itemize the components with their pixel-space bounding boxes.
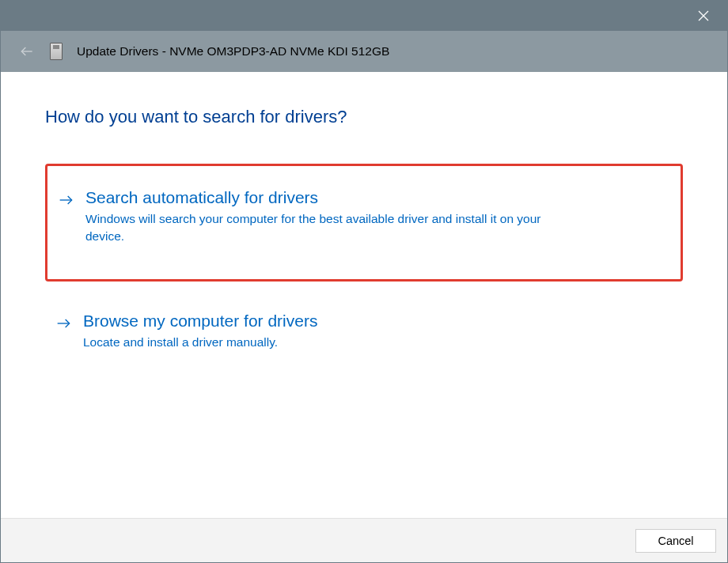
arrow-right-icon (56, 316, 72, 334)
cancel-label: Cancel (658, 535, 693, 547)
cancel-button[interactable]: Cancel (635, 529, 716, 553)
back-button[interactable] (18, 43, 36, 60)
footer: Cancel (1, 518, 727, 562)
arrow-right-icon (59, 193, 74, 210)
titlebar-sub: Update Drivers - NVMe OM3PDP3-AD NVMe KD… (1, 31, 727, 72)
option-title: Browse my computer for drivers (83, 312, 667, 331)
titlebar-top (1, 1, 727, 31)
option-text: Search automatically for drivers Windows… (85, 188, 665, 246)
update-drivers-window: Update Drivers - NVMe OM3PDP3-AD NVMe KD… (0, 0, 728, 563)
disk-drive-icon (50, 43, 63, 60)
content-area: How do you want to search for drivers? S… (1, 72, 727, 518)
option-title: Search automatically for drivers (85, 188, 665, 207)
option-search-automatically[interactable]: Search automatically for drivers Windows… (45, 164, 683, 282)
close-icon (698, 10, 709, 21)
option-browse-computer[interactable]: Browse my computer for drivers Locate an… (45, 300, 683, 365)
option-description: Locate and install a driver manually. (83, 334, 574, 351)
page-heading: How do you want to search for drivers? (45, 107, 683, 127)
option-description: Windows will search your computer for th… (85, 210, 576, 246)
arrow-left-icon (19, 43, 35, 59)
option-text: Browse my computer for drivers Locate an… (83, 312, 667, 351)
close-button[interactable] (689, 2, 718, 30)
window-title: Update Drivers - NVMe OM3PDP3-AD NVMe KD… (77, 44, 389, 59)
